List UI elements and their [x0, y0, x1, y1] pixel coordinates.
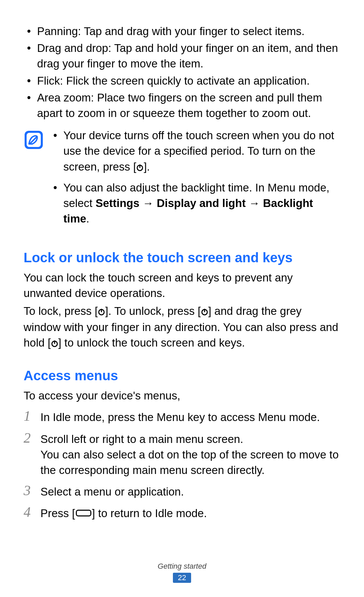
end-key-icon: [76, 510, 91, 516]
step-item: 3 Select a menu or application.: [24, 483, 340, 500]
list-item: Flick: Flick the screen quickly to activ…: [24, 73, 340, 89]
text-fragment: To lock, press [: [24, 305, 98, 317]
footer-section-label: Getting started: [0, 562, 364, 571]
note-box: Your device turns off the touch screen w…: [24, 128, 340, 233]
text-fragment: Press [: [40, 507, 75, 519]
power-icon: [136, 160, 144, 175]
list-item-text: Flick: Flick the screen quickly to activ…: [37, 74, 310, 87]
power-icon: [201, 304, 208, 320]
body-paragraph: To lock, press []. To unlock, press [] a…: [24, 303, 340, 352]
list-item: Drag and drop: Tap and hold your finger …: [24, 40, 340, 71]
power-icon: [51, 336, 58, 351]
step-text: Press [] to return to Idle mode.: [40, 504, 340, 521]
step-number: 2: [24, 430, 40, 445]
step-text: Scroll left or right to a main menu scre…: [40, 430, 340, 478]
step-item: 2 Scroll left or right to a main menu sc…: [24, 430, 340, 478]
note-text: .: [86, 212, 89, 225]
note-text: Your device turns off the touch screen w…: [63, 129, 334, 173]
access-section: Access menus To access your device's men…: [24, 368, 340, 521]
step-item: 4 Press [] to return to Idle mode.: [24, 504, 340, 521]
step-text: In Idle mode, press the Menu key to acce…: [40, 408, 340, 425]
section-heading: Lock or unlock the touch screen and keys: [24, 250, 340, 265]
step-number: 4: [24, 504, 40, 519]
list-item-text: Area zoom: Place two fingers on the scre…: [37, 91, 322, 119]
list-item: Area zoom: Place two fingers on the scre…: [24, 90, 340, 121]
page: Panning: Tap and drag with your finger t…: [0, 0, 364, 597]
body-paragraph: To access your device's menus,: [24, 388, 340, 404]
step-number: 3: [24, 483, 40, 498]
section-heading: Access menus: [24, 368, 340, 383]
step-text: Select a menu or application.: [40, 483, 340, 500]
page-footer: Getting started 22: [0, 562, 364, 583]
step-list: 1 In Idle mode, press the Menu key to ac…: [24, 408, 340, 521]
list-item: Panning: Tap and drag with your finger t…: [24, 24, 340, 39]
text-fragment: ]. To unlock, press [: [105, 305, 201, 317]
lock-section: Lock or unlock the touch screen and keys…: [24, 250, 340, 351]
power-icon: [98, 304, 105, 320]
step-number: 1: [24, 408, 40, 423]
page-number-badge: 22: [173, 573, 191, 583]
text-fragment: You can also select a dot on the top of …: [40, 448, 339, 476]
note-content: Your device turns off the touch screen w…: [50, 128, 340, 233]
step-item: 1 In Idle mode, press the Menu key to ac…: [24, 408, 340, 425]
note-icon: [24, 130, 44, 150]
text-fragment: Scroll left or right to a main menu scre…: [40, 433, 243, 445]
list-item-text: Panning: Tap and drag with your finger t…: [37, 25, 305, 37]
text-fragment: ] to return to Idle mode.: [92, 507, 207, 519]
note-text: ].: [144, 160, 150, 173]
list-item-text: Drag and drop: Tap and hold your finger …: [37, 42, 338, 70]
note-item: You can also adjust the backlight time. …: [50, 180, 340, 227]
note-bold: Settings → Display and light → Backlight…: [63, 197, 313, 225]
note-item: Your device turns off the touch screen w…: [50, 128, 340, 175]
body-paragraph: You can lock the touch screen and keys t…: [24, 270, 340, 301]
gesture-list: Panning: Tap and drag with your finger t…: [24, 24, 340, 121]
text-fragment: ] to unlock the touch screen and keys.: [58, 336, 245, 349]
